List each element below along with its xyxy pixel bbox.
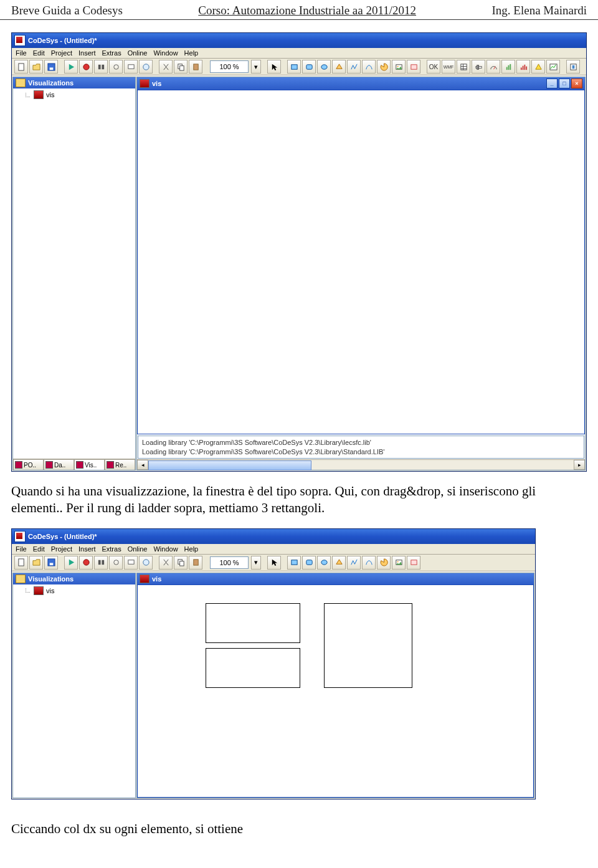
- tool-global-icon[interactable]: [139, 60, 153, 74]
- tool-stop-icon[interactable]: [79, 556, 93, 570]
- tab-visualizations[interactable]: Vis..: [74, 459, 105, 470]
- scroll-track[interactable]: [148, 460, 574, 469]
- tool-ellipse-icon[interactable]: [317, 60, 331, 74]
- menu-file[interactable]: File: [16, 545, 27, 553]
- scroll-left-icon[interactable]: ◂: [137, 460, 148, 470]
- rectangle-3[interactable]: [324, 603, 412, 688]
- menu-online[interactable]: Online: [128, 545, 148, 553]
- tool-curve-icon[interactable]: [362, 556, 376, 570]
- inner-titlebar[interactable]: vis _ □ ×: [137, 77, 585, 90]
- tool-monitor-icon[interactable]: [124, 60, 138, 74]
- tab-datatypes[interactable]: Da..: [44, 459, 74, 470]
- maximize-icon[interactable]: □: [559, 79, 570, 88]
- menu-edit[interactable]: Edit: [33, 545, 45, 553]
- tool-curve-icon[interactable]: [362, 60, 376, 74]
- tool-visref-icon[interactable]: [407, 556, 420, 570]
- menu-project[interactable]: Project: [51, 49, 72, 57]
- tool-alarm-icon[interactable]: [531, 60, 545, 74]
- tool-ellipse-icon[interactable]: [317, 556, 331, 570]
- tool-cut-icon[interactable]: [159, 556, 173, 570]
- tool-open-icon[interactable]: [29, 60, 43, 74]
- tool-step-icon[interactable]: [94, 60, 108, 74]
- titlebar[interactable]: CoDeSys - (Untitled)*: [12, 33, 586, 48]
- tool-monitor-icon[interactable]: [124, 556, 138, 570]
- tool-polyline-icon[interactable]: [347, 556, 361, 570]
- menu-extras[interactable]: Extras: [102, 49, 121, 57]
- tool-meter-icon[interactable]: [486, 60, 500, 74]
- menu-window[interactable]: Window: [153, 545, 178, 553]
- tool-polygon-icon[interactable]: [332, 60, 346, 74]
- tool-activex-icon[interactable]: [566, 60, 580, 74]
- menu-project[interactable]: Project: [51, 545, 72, 553]
- tool-slider-icon[interactable]: [472, 60, 485, 74]
- menu-online[interactable]: Online: [128, 49, 148, 57]
- tool-copy-icon[interactable]: [174, 556, 187, 570]
- menu-file[interactable]: File: [16, 49, 27, 57]
- tool-pie-icon[interactable]: [377, 60, 391, 74]
- tool-run-icon[interactable]: [64, 60, 78, 74]
- tool-bitmap-icon[interactable]: [392, 60, 406, 74]
- tool-step-icon[interactable]: [94, 556, 108, 570]
- zoom-value[interactable]: 100 %: [210, 556, 249, 569]
- close-icon[interactable]: ×: [571, 79, 582, 88]
- tool-bitmap-icon[interactable]: [392, 556, 406, 570]
- zoom-value[interactable]: 100 %: [210, 60, 249, 73]
- tab-pous[interactable]: PO..: [13, 459, 44, 470]
- tool-cut-icon[interactable]: [159, 60, 173, 74]
- tree-item-vis[interactable]: vis: [13, 584, 135, 597]
- sidebar-title[interactable]: Visualizations: [13, 77, 135, 88]
- tool-rect-icon[interactable]: [287, 60, 301, 74]
- tool-roundrect-icon[interactable]: [302, 60, 316, 74]
- tool-rect-icon[interactable]: [287, 556, 301, 570]
- menu-extras[interactable]: Extras: [102, 545, 121, 553]
- zoom-dropdown-icon[interactable]: ▾: [251, 60, 261, 74]
- tool-new-icon[interactable]: [14, 556, 28, 570]
- tool-paste-icon[interactable]: [189, 556, 202, 570]
- tool-wmf-icon[interactable]: WMF: [442, 60, 455, 74]
- zoom-dropdown-icon[interactable]: ▾: [251, 556, 261, 570]
- tool-save-icon[interactable]: [44, 60, 58, 74]
- svg-rect-6: [102, 64, 104, 69]
- tool-save-icon[interactable]: [44, 556, 58, 570]
- tool-global-icon[interactable]: [139, 556, 153, 570]
- tool-pie-icon[interactable]: [377, 556, 391, 570]
- tool-table-icon[interactable]: [457, 60, 470, 74]
- tool-trend-icon[interactable]: [546, 60, 560, 74]
- scroll-right-icon[interactable]: ▸: [574, 460, 585, 470]
- sidebar-title[interactable]: Visualizations: [13, 573, 135, 584]
- tool-run-icon[interactable]: [64, 556, 78, 570]
- minimize-icon[interactable]: _: [546, 79, 558, 88]
- rectangle-1[interactable]: [206, 603, 300, 643]
- tree-item-vis[interactable]: vis: [13, 88, 135, 101]
- tool-cursor-icon[interactable]: [267, 556, 281, 570]
- rectangle-2[interactable]: [206, 648, 300, 688]
- tool-paste-icon[interactable]: [189, 60, 202, 74]
- scroll-thumb[interactable]: [148, 460, 311, 470]
- menu-insert[interactable]: Insert: [78, 49, 96, 57]
- tab-resources[interactable]: Re..: [105, 459, 135, 470]
- visualization-canvas[interactable]: [137, 90, 585, 434]
- tool-copy-icon[interactable]: [174, 60, 187, 74]
- menu-help[interactable]: Help: [184, 49, 199, 57]
- tool-polygon-icon[interactable]: [332, 556, 346, 570]
- inner-titlebar[interactable]: vis: [137, 573, 534, 584]
- tool-new-icon[interactable]: [14, 60, 28, 74]
- tool-bargraph-icon[interactable]: [501, 60, 515, 74]
- horizontal-scrollbar[interactable]: ◂ ▸: [137, 459, 585, 470]
- menu-help[interactable]: Help: [184, 545, 199, 553]
- menu-insert[interactable]: Insert: [78, 545, 96, 553]
- tool-breakpoint-icon[interactable]: [109, 60, 123, 74]
- tool-roundrect-icon[interactable]: [302, 556, 316, 570]
- tool-breakpoint-icon[interactable]: [109, 556, 123, 570]
- visualization-canvas[interactable]: [137, 584, 534, 798]
- menu-edit[interactable]: Edit: [33, 49, 45, 57]
- tool-visref-icon[interactable]: [407, 60, 420, 74]
- titlebar[interactable]: CoDeSys - (Untitled)*: [12, 529, 535, 544]
- menu-window[interactable]: Window: [153, 49, 178, 57]
- tool-button-icon[interactable]: OK: [427, 60, 440, 74]
- tool-polyline-icon[interactable]: [347, 60, 361, 74]
- tool-open-icon[interactable]: [29, 556, 43, 570]
- tool-histogram-icon[interactable]: [516, 60, 530, 74]
- tool-cursor-icon[interactable]: [267, 60, 281, 74]
- tool-stop-icon[interactable]: [79, 60, 93, 74]
